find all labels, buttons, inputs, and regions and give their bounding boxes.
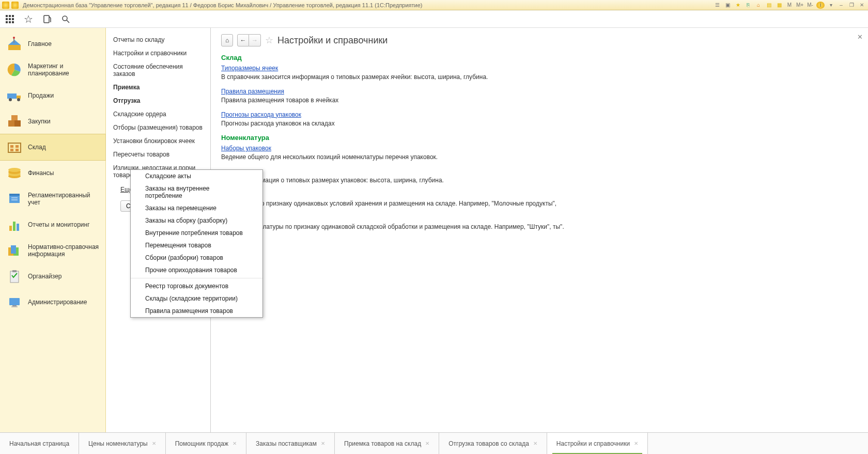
content-close-button[interactable]: ✕ (857, 33, 863, 41)
svg-rect-6 (6, 21, 8, 23)
search-icon[interactable] (61, 14, 70, 24)
nav-item-marketing[interactable]: Маркетинг и планирование (0, 57, 105, 83)
titlebar-scale-icon[interactable]: ▣ (723, 2, 732, 9)
popup-item-warehouses[interactable]: Склады (складские территории) (131, 292, 262, 305)
link-placement-rules[interactable]: Правила размещения (221, 88, 284, 95)
link-package-sets[interactable]: Наборы упаковок (221, 145, 271, 152)
favorites-icon[interactable]: ☆ (24, 14, 33, 24)
svg-rect-42 (11, 245, 16, 254)
popup-item-transfers[interactable]: Перемещения товаров (131, 239, 262, 252)
subnav-item-settings[interactable]: Настройки и справочники (106, 46, 210, 60)
nav-item-accounting[interactable]: Регламентированный учет (0, 186, 105, 212)
nav-item-sales[interactable]: Продажи (0, 83, 105, 108)
svg-point-20 (17, 98, 20, 101)
home-button[interactable]: ⌂ (221, 34, 233, 46)
subnav-heading-receiving[interactable]: Приемка (106, 81, 210, 94)
nav-item-main[interactable]: Главное (0, 31, 105, 57)
clipboard-icon (6, 268, 23, 285)
nav-item-admin[interactable]: Администрирование (0, 289, 105, 315)
titlebar-star-icon[interactable]: ★ (734, 2, 742, 9)
minimize-button[interactable]: – (837, 2, 845, 9)
content-area: ✕ ⌂ ← → ☆ Настройки и справочники Склад … (211, 28, 868, 432)
svg-rect-25 (10, 145, 13, 148)
subnav-item-recounts[interactable]: Пересчеты товаров (106, 148, 210, 161)
nav-item-finance[interactable]: Финансы (0, 160, 105, 186)
popup-item-assembly-orders[interactable]: Заказы на сборку (разборку) (131, 214, 262, 227)
svg-rect-46 (12, 305, 17, 306)
nav-label: Администрирование (28, 299, 87, 306)
tab-supplier-orders[interactable]: Заказы поставщикам ✕ (246, 433, 335, 454)
warehouse-icon (6, 139, 23, 155)
tab-close-icon[interactable]: ✕ (533, 441, 537, 446)
tab-close-icon[interactable]: ✕ (321, 441, 325, 446)
subnav-item-supply-state[interactable]: Состояние обеспечения заказов (106, 60, 210, 81)
nav-item-warehouse[interactable]: Склад (0, 134, 105, 160)
popup-item-registry[interactable]: Реестр торговых документов (131, 280, 262, 292)
home-icon (6, 36, 23, 52)
sections-icon[interactable] (5, 14, 14, 24)
popup-item-transfer-orders[interactable]: Заказы на перемещение (131, 202, 262, 214)
popup-item-internal-orders[interactable]: Заказы на внутреннее потребление (131, 182, 262, 202)
titlebar-link-icon[interactable]: ⎘ (744, 2, 752, 9)
more-popup-menu: Складские акты Заказы на внутреннее потр… (130, 169, 263, 318)
svg-rect-8 (12, 21, 14, 23)
titlebar-mminus-btn[interactable]: М- (806, 2, 814, 9)
popup-item-internal-consumption[interactable]: Внутренние потребления товаров (131, 227, 262, 239)
desc-placement-rules: Правила размещения товаров в ячейках (221, 96, 593, 105)
titlebar-mplus-btn[interactable]: М+ (796, 2, 804, 9)
svg-rect-22 (14, 120, 21, 127)
link-package-forecast[interactable]: Прогнозы расхода упаковок (221, 111, 301, 118)
svg-rect-5 (12, 18, 14, 20)
titlebar-m-btn[interactable]: М (785, 2, 794, 9)
svg-point-15 (13, 37, 15, 39)
titlebar-calendar-icon[interactable]: ▦ (775, 2, 783, 9)
nav-item-organizer[interactable]: Органайзер (0, 263, 105, 289)
tab-settings[interactable]: Настройки и справочники ✕ (547, 433, 648, 454)
popup-item-acts[interactable]: Складские акты (131, 170, 262, 182)
tab-ship-goods[interactable]: Отгрузка товаров со склада ✕ (439, 433, 547, 454)
titlebar-info-btn[interactable]: i (816, 2, 825, 9)
desc-package-sizes-partial: осится информация о типовых размерах упа… (221, 176, 593, 185)
tab-close-icon[interactable]: ✕ (425, 441, 429, 446)
nav-item-purchases[interactable]: Закупки (0, 108, 105, 134)
nav-item-reference[interactable]: Нормативно-справочная информация (0, 238, 105, 263)
tab-start-page[interactable]: Начальная страница (0, 433, 79, 454)
svg-rect-9 (44, 15, 49, 23)
tab-prices[interactable]: Цены номенклатуры ✕ (79, 433, 166, 454)
popup-item-other-receipts[interactable]: Прочие оприходования товаров (131, 264, 262, 276)
svg-rect-7 (9, 21, 11, 23)
window-title: Демонстрационная база "Управление торгов… (23, 2, 423, 8)
back-button[interactable]: ← (237, 34, 249, 46)
history-icon[interactable] (42, 14, 52, 24)
titlebar-home-icon[interactable]: ⌂ (754, 2, 763, 9)
tab-receive-goods[interactable]: Приемка товаров на склад ✕ (335, 433, 439, 454)
titlebar-help-icon[interactable]: ☰ (713, 2, 721, 9)
main-toolbar: ☆ (0, 10, 868, 28)
forward-button[interactable]: → (249, 34, 261, 46)
svg-point-10 (63, 16, 67, 21)
subnav-item-orders[interactable]: Складские ордера (106, 107, 210, 121)
maximize-button[interactable]: ❐ (847, 2, 856, 9)
favorite-star-icon[interactable]: ☆ (265, 35, 273, 46)
tab-close-icon[interactable]: ✕ (634, 441, 638, 446)
popup-item-placement-rules[interactable]: Правила размещения товаров (131, 305, 262, 317)
titlebar-calc-icon[interactable]: ▤ (765, 2, 773, 9)
tab-sales-assistant[interactable]: Помощник продаж ✕ (166, 433, 246, 454)
reload-icon[interactable] (11, 2, 19, 9)
close-button[interactable]: ✕ (858, 2, 866, 9)
page-title: Настройки и справочники (277, 35, 388, 46)
subnav-item-picking[interactable]: Отборы (размещения) товаров (106, 121, 210, 134)
subnav-item-locks[interactable]: Установки блокировок ячеек (106, 134, 210, 148)
tab-label: Помощник продаж (175, 440, 228, 447)
popup-item-assemblies[interactable]: Сборки (разборки) товаров (131, 252, 262, 264)
subnav-item-reports[interactable]: Отчеты по складу (106, 33, 210, 46)
nav-item-reports[interactable]: Отчеты и мониторинг (0, 212, 105, 238)
tab-close-icon[interactable]: ✕ (152, 441, 156, 446)
subnav-heading-shipping[interactable]: Отгрузка (106, 94, 210, 107)
svg-rect-45 (9, 298, 20, 305)
svg-rect-3 (6, 18, 8, 20)
popup-separator (131, 278, 262, 278)
tab-close-icon[interactable]: ✕ (233, 441, 237, 446)
link-cell-sizes[interactable]: Типоразмеры ячеек (221, 65, 278, 72)
nav-label: Органайзер (28, 273, 62, 280)
